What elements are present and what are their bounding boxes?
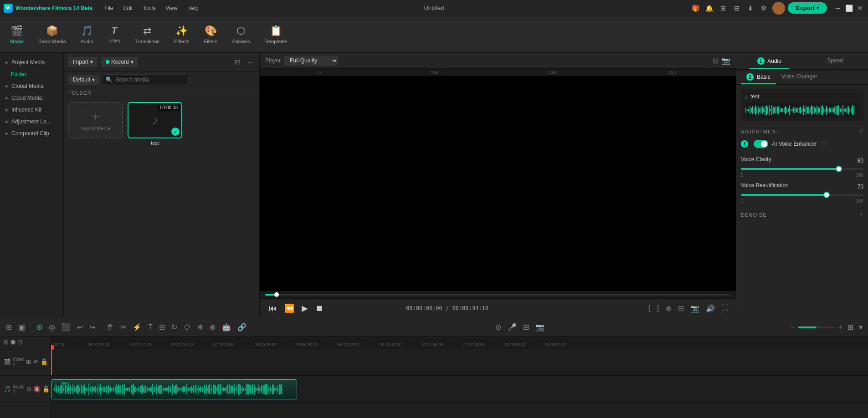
audio-track-lock3-icon[interactable]: 🔓 bbox=[42, 386, 50, 393]
volume-icon[interactable]: 🔊 bbox=[704, 303, 717, 314]
stop-button[interactable]: ⏹ bbox=[312, 302, 327, 315]
info-icon[interactable]: ⓘ bbox=[822, 141, 827, 148]
bell-icon[interactable]: 🔔 bbox=[704, 3, 715, 14]
menu-view[interactable]: View bbox=[161, 3, 182, 13]
freeze-tool[interactable]: ❄ bbox=[195, 321, 205, 333]
audio-track-mute-icon[interactable]: 🔇 bbox=[33, 386, 41, 393]
preview-scrubber[interactable] bbox=[260, 291, 736, 298]
magnetic-icon[interactable]: ⊙ bbox=[34, 321, 45, 333]
toolbar-filters[interactable]: 🎨 Filters bbox=[197, 21, 224, 48]
more-btn[interactable]: ▾ bbox=[857, 321, 864, 333]
timeline-grab-icon[interactable]: ⊟ bbox=[521, 321, 531, 333]
import-media-item[interactable]: + Import Media bbox=[68, 102, 123, 138]
sidebar-item-global-media[interactable]: ▶ Global Media bbox=[0, 80, 63, 92]
sidebar-item-cloud-media[interactable]: ▶ Cloud Media bbox=[0, 92, 63, 104]
toolbar-stickers[interactable]: ⬡ Stickers bbox=[226, 21, 256, 48]
fullscreen-icon[interactable]: ⛶ bbox=[719, 303, 730, 314]
cut-tool[interactable]: ✂ bbox=[118, 321, 128, 333]
step-back-button[interactable]: ⏪ bbox=[281, 301, 298, 315]
toolbar-transitions[interactable]: ⇄ Transitions bbox=[129, 21, 166, 48]
split-screen-icon[interactable]: ⊟ bbox=[676, 303, 686, 314]
avatar[interactable] bbox=[772, 2, 785, 15]
timeline-play-icon[interactable]: ⊙ bbox=[493, 321, 503, 333]
audio-track-add-icon[interactable]: ⊞ bbox=[26, 386, 31, 393]
crop-tool[interactable]: ⊟ bbox=[157, 321, 167, 333]
sidebar-item-project-media[interactable]: ▶ Project Media bbox=[0, 56, 63, 68]
text-tool[interactable]: T bbox=[146, 321, 155, 333]
toolbar-stock-media[interactable]: 📦 Stock Media bbox=[32, 21, 72, 48]
toolbar-titles[interactable]: T Titles bbox=[102, 22, 127, 47]
play-button[interactable]: ▶ bbox=[298, 301, 312, 315]
voice-clarity-track[interactable] bbox=[741, 168, 863, 170]
voice-clarity-handle[interactable] bbox=[836, 166, 842, 172]
redo-button[interactable]: ↪ bbox=[87, 321, 98, 333]
tab-speed[interactable]: Speed bbox=[802, 53, 868, 69]
filter-icon[interactable]: ⊟ bbox=[233, 56, 242, 67]
camera-icon[interactable]: 📷 bbox=[688, 303, 701, 314]
voice-beautification-handle[interactable] bbox=[823, 192, 830, 198]
minimize-button[interactable]: ─ bbox=[833, 4, 842, 13]
import-button[interactable]: Import ▾ bbox=[68, 57, 98, 67]
mark-out-icon[interactable]: } bbox=[655, 303, 661, 314]
settings-icon[interactable]: ⚙ bbox=[759, 3, 770, 14]
zoom-bar[interactable] bbox=[798, 326, 835, 328]
rotate-tool[interactable]: ↻ bbox=[169, 321, 180, 333]
toolbar-audio[interactable]: 🎵 Audio bbox=[74, 21, 100, 48]
video-track-visibility-icon[interactable]: 👁 bbox=[33, 358, 39, 365]
undo-button[interactable]: ↩ bbox=[75, 321, 85, 333]
mark-in-icon[interactable]: { bbox=[646, 303, 652, 314]
go-start-button[interactable]: ⏮ bbox=[265, 302, 281, 315]
maximize-button[interactable]: ⬜ bbox=[844, 4, 853, 13]
default-sort-button[interactable]: Default ▾ bbox=[68, 75, 99, 85]
more-options-icon[interactable]: ··· bbox=[246, 56, 255, 67]
record-button[interactable]: Record ▾ bbox=[101, 57, 138, 67]
layout-icon[interactable]: ⊞ bbox=[718, 3, 729, 14]
sidebar-item-adjustment-layer[interactable]: ▶ Adjustment La... bbox=[0, 116, 63, 127]
ai-enhancer-toggle[interactable] bbox=[754, 140, 768, 148]
speed-tool[interactable]: ⏱ bbox=[181, 321, 193, 333]
ripple-icon[interactable]: ◎ bbox=[46, 321, 57, 333]
marker-icon[interactable]: ⬛ bbox=[59, 321, 73, 333]
layout-btn[interactable]: ⊞ bbox=[846, 321, 855, 333]
grid-view-icon[interactable]: ⊞ bbox=[4, 321, 14, 333]
insert-clip-icon[interactable]: ⊕ bbox=[664, 303, 673, 314]
download-icon[interactable]: ⬇ bbox=[745, 3, 756, 14]
denoise-arrow-icon[interactable]: ▾ bbox=[860, 212, 863, 218]
track-settings-icon[interactable]: ⬟ bbox=[10, 339, 15, 346]
timeline-mic-icon[interactable]: 🎤 bbox=[505, 321, 519, 333]
menu-help[interactable]: Help bbox=[183, 3, 203, 13]
toolbar-templates[interactable]: 📋 Templates bbox=[258, 21, 294, 48]
reset-icon[interactable]: ↺ bbox=[859, 128, 863, 134]
add-track-icon[interactable]: ⊞ bbox=[4, 339, 9, 346]
sidebar-item-influence-kit[interactable]: ▶ Influence Kit bbox=[0, 104, 63, 116]
ai-tool[interactable]: 🤖 bbox=[220, 321, 233, 333]
delete-tool[interactable]: 🗑 bbox=[104, 321, 116, 333]
dual-screen-icon[interactable]: ⊟ bbox=[713, 56, 719, 65]
export-button[interactable]: Export ▾ bbox=[788, 2, 827, 14]
menu-edit[interactable]: Edit bbox=[119, 3, 138, 13]
media-thumb-test[interactable]: ♪ 00:00:33 ✓ test bbox=[128, 102, 182, 146]
split-tool[interactable]: ⊕ bbox=[207, 321, 218, 333]
gift-icon[interactable]: 🎁 bbox=[690, 3, 701, 14]
voice-beautification-track[interactable] bbox=[741, 194, 863, 196]
timeline-bar[interactable] bbox=[265, 294, 730, 296]
sub-tab-basic[interactable]: 2 Basic bbox=[741, 70, 776, 84]
track-lock-icon[interactable]: ⊡ bbox=[17, 339, 22, 346]
multi-cam-icon[interactable]: ▣ bbox=[16, 321, 27, 333]
video-track-lock2-icon[interactable]: 🔓 bbox=[41, 358, 48, 365]
toolbar-media[interactable]: 🎬 Media bbox=[4, 21, 30, 48]
audio-clip-test[interactable]: ♪ test bbox=[51, 379, 297, 399]
timeline-camera-icon[interactable]: 📷 bbox=[533, 321, 547, 333]
quality-select[interactable]: Full Quality Half Quality Quarter Qualit… bbox=[284, 56, 338, 66]
menu-file[interactable]: File bbox=[100, 3, 118, 13]
snapshot-icon[interactable]: 📷 bbox=[721, 56, 730, 65]
extend-icon[interactable]: ⊟ bbox=[731, 3, 742, 14]
video-track-add-icon[interactable]: ⊞ bbox=[26, 358, 31, 365]
zoom-in-button[interactable]: ＋ bbox=[837, 322, 844, 332]
close-button[interactable]: ✕ bbox=[855, 4, 864, 13]
sidebar-item-compound-clip[interactable]: ▶ Compound Clip bbox=[0, 127, 63, 139]
search-input[interactable] bbox=[102, 74, 189, 85]
menu-tools[interactable]: Tools bbox=[138, 3, 160, 13]
audio-tool[interactable]: ⚡ bbox=[130, 321, 144, 333]
tab-audio[interactable]: 1 Audio bbox=[736, 53, 802, 69]
